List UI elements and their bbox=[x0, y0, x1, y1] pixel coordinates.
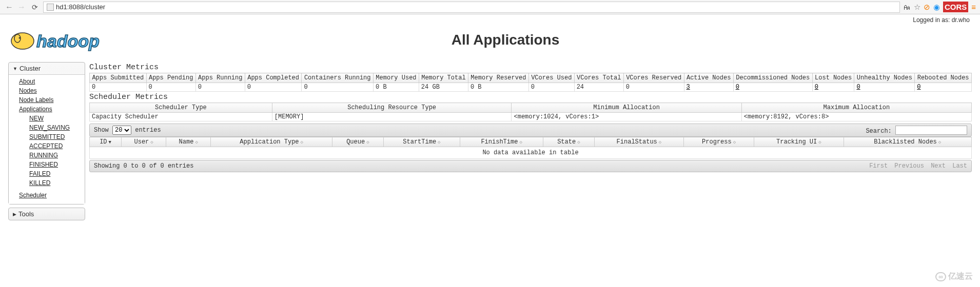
sidebar-cluster: ▼ Cluster About Nodes Node Labels Applic… bbox=[8, 62, 85, 204]
sidebar-appstate-submitted[interactable]: SUBMITTED bbox=[29, 132, 81, 141]
pagination: First Previous Next Last bbox=[866, 162, 967, 170]
sidebar-tools-header[interactable]: ▶ Tools bbox=[9, 208, 85, 220]
apps-header[interactable]: ID▼ bbox=[90, 137, 122, 147]
apps-header[interactable]: Application Type◇ bbox=[211, 137, 332, 147]
apps-header[interactable]: Queue◇ bbox=[332, 137, 384, 147]
login-info: Logged in as: dr.who bbox=[913, 16, 972, 24]
sidebar-appstate-failed[interactable]: FAILED bbox=[29, 169, 81, 178]
svg-point-2 bbox=[19, 37, 21, 39]
cm-cell: 0 B bbox=[468, 83, 528, 92]
sidebar-item-nodes[interactable]: Nodes bbox=[19, 86, 81, 95]
apps-header[interactable]: Tracking UI◇ bbox=[754, 137, 844, 147]
sm-cell: <memory:8192, vCores:8> bbox=[741, 113, 971, 121]
sidebar-item-scheduler[interactable]: Scheduler bbox=[19, 191, 81, 200]
forward-button[interactable]: → bbox=[16, 3, 27, 12]
apps-header[interactable]: User◇ bbox=[122, 137, 166, 147]
page-first[interactable]: First bbox=[869, 162, 888, 170]
cm-link[interactable]: 0 bbox=[815, 84, 818, 91]
cm-cell: 0 bbox=[733, 83, 812, 92]
datatable-controls: Show 20 entries Search: bbox=[89, 124, 972, 137]
content: Cluster Metrics Apps SubmittedApps Pendi… bbox=[89, 62, 972, 223]
sidebar-cluster-header[interactable]: ▼ Cluster bbox=[9, 63, 85, 74]
cluster-metrics-title: Cluster Metrics bbox=[89, 63, 972, 72]
show-label-post: entries bbox=[135, 127, 161, 134]
caret-down-icon: ▼ bbox=[13, 66, 17, 71]
reload-button[interactable]: ⟳ bbox=[30, 3, 40, 11]
extension-icon-2[interactable]: ◉ bbox=[933, 3, 940, 12]
cm-cell: 0 bbox=[245, 83, 302, 92]
cm-header: VCores Used bbox=[528, 73, 574, 83]
page-size-select[interactable]: 20 bbox=[112, 126, 131, 135]
cm-cell: 0 bbox=[623, 83, 684, 92]
url-text: hd1:8088/cluster bbox=[56, 3, 105, 11]
url-bar[interactable]: hd1:8088/cluster bbox=[43, 2, 900, 13]
sm-cell: [MEMORY] bbox=[272, 113, 512, 121]
bookmark-icon[interactable]: ☆ bbox=[914, 3, 920, 12]
sidebar-appstate-killed[interactable]: KILLED bbox=[29, 178, 81, 188]
sidebar-item-applications[interactable]: Applications bbox=[19, 105, 81, 114]
sidebar-item-about[interactable]: About bbox=[19, 77, 81, 86]
back-button[interactable]: ← bbox=[4, 3, 14, 12]
cm-link[interactable]: 3 bbox=[687, 84, 690, 91]
extension-icon-1[interactable]: ⊘ bbox=[924, 3, 930, 12]
hadoop-logo: hadoop bbox=[8, 26, 131, 54]
cm-header: Lost Nodes bbox=[812, 73, 854, 83]
cm-header: Apps Pending bbox=[146, 73, 195, 83]
page-title: All Applications bbox=[142, 32, 869, 48]
cm-cell: 0 bbox=[146, 83, 195, 92]
sm-header: Scheduling Resource Type bbox=[272, 103, 512, 113]
browser-toolbar: ← → ⟳ hd1:8088/cluster 🗛 ☆ ⊘ ◉ CORS ≡ bbox=[0, 0, 980, 14]
cm-header: Apps Completed bbox=[245, 73, 302, 83]
sidebar: ▼ Cluster About Nodes Node Labels Applic… bbox=[8, 62, 85, 223]
cm-cell: 24 bbox=[574, 83, 623, 92]
cm-link[interactable]: 0 bbox=[917, 84, 920, 91]
page-next[interactable]: Next bbox=[931, 162, 946, 170]
apps-header[interactable]: Progress◇ bbox=[684, 137, 754, 147]
cm-link[interactable]: 0 bbox=[736, 84, 739, 91]
extension-icons: 🗛 ☆ ⊘ ◉ CORS ≡ bbox=[903, 2, 976, 12]
cm-header: Memory Used bbox=[374, 73, 419, 83]
sidebar-cluster-label: Cluster bbox=[19, 65, 41, 72]
sidebar-item-nodelabels[interactable]: Node Labels bbox=[19, 95, 81, 105]
cm-cell: 3 bbox=[684, 83, 733, 92]
cm-header: VCores Total bbox=[574, 73, 623, 83]
apps-header[interactable]: State◇ bbox=[543, 137, 595, 147]
sidebar-appstate-newsaving[interactable]: NEW_SAVING bbox=[29, 123, 81, 132]
cm-header: Memory Reserved bbox=[468, 73, 528, 83]
cm-header: Containers Running bbox=[302, 73, 374, 83]
search-input[interactable] bbox=[895, 126, 967, 135]
sidebar-appstate-accepted[interactable]: ACCEPTED bbox=[29, 141, 81, 151]
cm-header: VCores Reserved bbox=[623, 73, 684, 83]
nav-arrows: ← → bbox=[4, 3, 27, 12]
page-icon bbox=[47, 4, 54, 11]
sidebar-tools: ▶ Tools bbox=[8, 208, 85, 220]
page-last[interactable]: Last bbox=[952, 162, 967, 170]
sidebar-tools-label: Tools bbox=[18, 210, 34, 218]
cm-link[interactable]: 0 bbox=[856, 84, 860, 91]
sidebar-appstate-finished[interactable]: FINISHED bbox=[29, 160, 81, 169]
cm-header: Memory Total bbox=[419, 73, 468, 83]
sidebar-appstate-running[interactable]: RUNNING bbox=[29, 151, 81, 160]
sidebar-appstate-new[interactable]: NEW bbox=[29, 114, 81, 123]
cm-cell: 0 bbox=[854, 83, 915, 92]
cm-header: Decommissioned Nodes bbox=[733, 73, 812, 83]
apps-header[interactable]: Blacklisted Nodes◇ bbox=[844, 137, 971, 147]
svg-text:hadoop: hadoop bbox=[36, 31, 100, 51]
cors-badge[interactable]: CORS bbox=[943, 2, 968, 12]
translate-icon[interactable]: 🗛 bbox=[903, 3, 911, 11]
sm-header: Scheduler Type bbox=[90, 103, 272, 113]
cm-header: Apps Submitted bbox=[90, 73, 147, 83]
applications-table: ID▼User◇Name◇Application Type◇Queue◇Star… bbox=[89, 137, 972, 159]
apps-header[interactable]: Name◇ bbox=[166, 137, 211, 147]
cm-cell: 0 bbox=[915, 83, 972, 92]
nodata-message: No data available in table bbox=[90, 147, 972, 159]
apps-header[interactable]: StartTime◇ bbox=[383, 137, 460, 147]
cm-cell: 0 bbox=[812, 83, 854, 92]
menu-icon[interactable]: ≡ bbox=[971, 3, 976, 11]
apps-header[interactable]: FinishTime◇ bbox=[460, 137, 543, 147]
cm-cell: 0 bbox=[195, 83, 245, 92]
cm-cell: 0 B bbox=[374, 83, 419, 92]
page-prev[interactable]: Previous bbox=[894, 162, 924, 170]
apps-header[interactable]: FinalStatus◇ bbox=[594, 137, 683, 147]
sm-header: Minimum Allocation bbox=[512, 103, 741, 113]
